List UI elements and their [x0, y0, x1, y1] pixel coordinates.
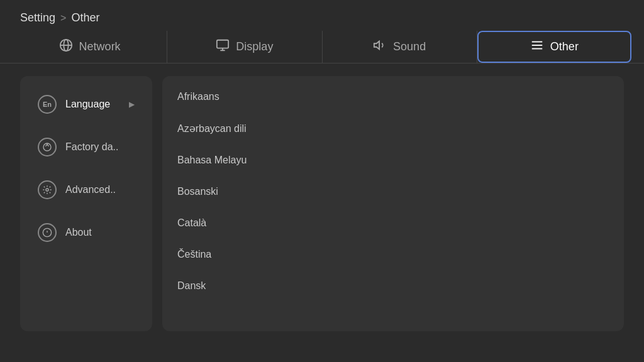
tab-network[interactable]: Network: [13, 31, 167, 63]
breadcrumb-separator: >: [60, 13, 66, 24]
sidebar-item-language-label: Language: [65, 99, 110, 110]
breadcrumb: Setting > Other: [20, 11, 99, 25]
language-icon: En: [38, 95, 57, 114]
sidebar-item-about[interactable]: About: [25, 212, 147, 253]
sidebar-item-advanced-label: Advanced..: [65, 184, 116, 195]
language-item-dansk[interactable]: Dansk: [162, 270, 624, 302]
sidebar-item-language[interactable]: En Language: [25, 84, 147, 125]
language-item-azerbaycan[interactable]: Azərbaycan dili: [162, 112, 624, 145]
language-item-catala[interactable]: Català: [162, 207, 624, 239]
language-item-cestina[interactable]: Čeština: [162, 239, 624, 270]
language-item-bosanski[interactable]: Bosanski: [162, 176, 624, 207]
advanced-icon: [38, 180, 57, 199]
factory-icon: [38, 138, 57, 156]
sidebar-item-factory-label: Factory da..: [65, 141, 118, 153]
language-list: Afrikaans Azərbaycan dili Bahasa Melayu …: [162, 76, 624, 331]
sidebar-item-factory[interactable]: Factory da..: [25, 126, 147, 168]
sound-icon: [373, 38, 387, 55]
language-item-afrikaans[interactable]: Afrikaans: [162, 81, 624, 112]
tab-display-label: Display: [236, 40, 273, 53]
tab-sound[interactable]: Sound: [323, 31, 477, 63]
content-area: En Language Factory da.. Advanced.: [0, 63, 644, 344]
sidebar-item-advanced[interactable]: Advanced..: [25, 169, 147, 211]
tab-network-label: Network: [79, 40, 121, 53]
sidebar: En Language Factory da.. Advanced.: [20, 76, 152, 331]
nav-tabs: Network Display Sound Othe: [0, 31, 644, 63]
menu-icon: [530, 38, 544, 55]
globe-icon: [59, 38, 73, 55]
svg-rect-3: [217, 40, 228, 48]
tab-other-label: Other: [550, 40, 579, 53]
tab-sound-label: Sound: [393, 40, 426, 53]
language-item-bahasa[interactable]: Bahasa Melayu: [162, 145, 624, 176]
sidebar-item-about-label: About: [65, 227, 92, 238]
header: Setting > Other: [0, 0, 644, 31]
breadcrumb-current: Other: [71, 11, 99, 25]
breadcrumb-root: Setting: [20, 11, 55, 25]
svg-marker-6: [374, 41, 379, 50]
tab-display[interactable]: Display: [167, 31, 322, 63]
tab-other[interactable]: Other: [477, 31, 631, 63]
svg-point-12: [46, 189, 48, 191]
display-icon: [216, 38, 230, 55]
about-icon: [38, 223, 57, 242]
